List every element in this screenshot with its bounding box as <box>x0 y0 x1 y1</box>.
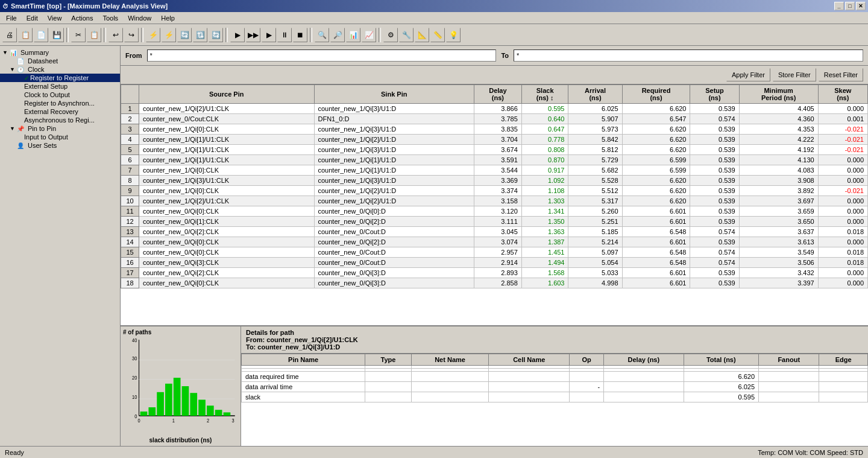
minimize-button[interactable]: _ <box>834 2 844 10</box>
toolbar-btn-d1[interactable]: ⚙ <box>383 28 398 42</box>
table-row[interactable]: 10 counter_new_1/Qi[2]/U1:CLK counter_ne… <box>121 196 868 206</box>
table-row[interactable]: 9 counter_new_1/Qi[0]:CLK counter_new_1/… <box>121 186 868 196</box>
svg-rect-19 <box>215 410 222 416</box>
table-row[interactable]: 2 counter_new_0/Cout:CLK DFN1_0:D 3.785 … <box>121 114 868 124</box>
sidebar-item-clock[interactable]: ▼ 🕐 Clock <box>0 65 120 74</box>
to-input[interactable] <box>514 49 863 62</box>
maximize-button[interactable]: □ <box>845 2 855 10</box>
sidebar-item-reg-to-async[interactable]: Register to Asynchron... <box>0 99 120 107</box>
detail-col-type[interactable]: Type <box>365 354 411 366</box>
sidebar-item-reg-to-reg[interactable]: ✓ Register to Register <box>0 74 120 82</box>
toolbar-btn-a2[interactable]: ⚡ <box>162 28 176 42</box>
toolbar-btn-b2[interactable]: ▶▶ <box>246 28 260 42</box>
menu-help[interactable]: Help <box>156 13 180 23</box>
menu-actions[interactable]: Actions <box>66 13 98 23</box>
sidebar-item-user-sets[interactable]: 👤 User Sets <box>0 141 120 150</box>
menu-edit[interactable]: Edit <box>22 13 43 23</box>
toolbar-btn-d4[interactable]: 📏 <box>430 28 445 42</box>
table-row[interactable]: 17 counter_new_0/Qi[2]:CLK counter_new_0… <box>121 268 868 278</box>
row-num: 18 <box>121 278 139 288</box>
table-row[interactable]: 1 counter_new_1/Qi[2]/U1:CLK counter_new… <box>121 104 868 114</box>
toolbar-btn-b1[interactable]: ▶ <box>230 28 245 42</box>
setup-val: 0.539 <box>690 145 739 155</box>
sidebar-item-async-to-reg[interactable]: Asynchronous to Regi... <box>0 116 120 124</box>
toolbar-btn-d5[interactable]: 💡 <box>446 28 461 42</box>
col-setup[interactable]: Setup(ns) <box>690 85 739 104</box>
toolbar-btn-cut[interactable]: ✂ <box>71 28 86 42</box>
table-row[interactable]: 12 counter_new_0/Qi[1]:CLK counter_new_0… <box>121 217 868 227</box>
arrival-val: 5.317 <box>568 196 622 206</box>
toolbar-btn-refresh[interactable]: 🔄 <box>209 28 223 42</box>
table-row[interactable]: 8 counter_new_1/Qi[3]/U1:CLK counter_new… <box>121 176 868 186</box>
detail-col-cell[interactable]: Cell Name <box>489 354 570 366</box>
sidebar-item-pin-to-pin[interactable]: ▼ 📌 Pin to Pin <box>0 124 120 133</box>
detail-col-net[interactable]: Net Name <box>411 354 489 366</box>
col-slack[interactable]: Slack(ns) ↕ <box>521 85 568 104</box>
toolbar-btn-d3[interactable]: 📐 <box>415 28 429 42</box>
table-row[interactable]: 13 counter_new_0/Qi[2]:CLK counter_new_0… <box>121 227 868 237</box>
toolbar-btn-c2[interactable]: 🔎 <box>330 28 345 42</box>
toolbar-btn-c3[interactable]: 📊 <box>346 28 360 42</box>
table-row[interactable]: 5 counter_new_1/Qi[1]/U1:CLK counter_new… <box>121 145 868 155</box>
toolbar-btn-redo[interactable]: ↪ <box>124 28 139 42</box>
toolbar-btn-copy[interactable]: 📋 <box>87 28 101 42</box>
sidebar-item-input-to-output[interactable]: Input to Output <box>0 133 120 141</box>
col-delay[interactable]: Delay(ns) <box>474 85 521 104</box>
detail-fanout <box>759 382 819 392</box>
sink-pin: counter_new_1/Qi[3]/U1:D <box>314 176 474 186</box>
path-details: Details for path From: counter_new_1/Qi[… <box>241 326 868 446</box>
bottom-area: # of paths 0 10 20 30 40 <box>121 325 868 446</box>
sidebar-item-summary[interactable]: ▼ 📊 Summary <box>0 48 120 57</box>
table-row[interactable]: 14 counter_new_0/Qi[0]:CLK counter_new_0… <box>121 237 868 247</box>
toolbar-btn-a4[interactable]: 🔃 <box>193 28 207 42</box>
toolbar-btn-b3[interactable]: ▶ <box>262 28 276 42</box>
toolbar-btn-1[interactable]: 🖨 <box>2 28 17 42</box>
svg-rect-15 <box>182 386 189 416</box>
toolbar-btn-4[interactable]: 💾 <box>49 28 64 42</box>
menu-tools[interactable]: Tools <box>98 13 123 23</box>
detail-col-edge[interactable]: Edge <box>819 354 868 366</box>
close-button[interactable]: ✕ <box>856 2 866 10</box>
detail-col-fanout[interactable]: Fanout <box>759 354 819 366</box>
store-filter-button[interactable]: Store Filter <box>773 68 816 81</box>
toolbar-btn-2[interactable]: 📋 <box>18 28 33 42</box>
table-row[interactable]: 4 counter_new_1/Qi[1]/U1:CLK counter_new… <box>121 135 868 145</box>
table-row[interactable]: 6 counter_new_1/Qi[1]/U1:CLK counter_new… <box>121 155 868 165</box>
sidebar-item-ext-setup[interactable]: External Setup <box>0 82 120 91</box>
toolbar-btn-3[interactable]: 📄 <box>34 28 48 42</box>
table-row[interactable]: 11 counter_new_0/Qi[0]:CLK counter_new_0… <box>121 206 868 217</box>
table-row[interactable]: 7 counter_new_1/Qi[0]:CLK counter_new_1/… <box>121 165 868 176</box>
col-required[interactable]: Required(ns) <box>622 85 690 104</box>
col-source-pin[interactable]: Source Pin <box>139 85 315 104</box>
table-row[interactable]: 3 counter_new_1/Qi[0]:CLK counter_new_1/… <box>121 124 868 135</box>
from-input[interactable] <box>147 49 497 62</box>
toolbar-btn-undo[interactable]: ↩ <box>108 28 123 42</box>
toolbar-btn-b5[interactable]: ⏹ <box>293 28 307 42</box>
menu-view[interactable]: View <box>43 13 67 23</box>
detail-col-total[interactable]: Total (ns) <box>684 354 759 366</box>
table-row[interactable]: 15 counter_new_0/Qi[0]:CLK counter_new_0… <box>121 247 868 258</box>
toolbar-btn-a3[interactable]: 🔄 <box>177 28 192 42</box>
col-skew[interactable]: Skew(ns) <box>818 85 867 104</box>
toolbar-btn-a1[interactable]: ⚡ <box>146 28 160 42</box>
menu-window[interactable]: Window <box>123 13 156 23</box>
reset-filter-button[interactable]: Reset Filter <box>819 68 863 81</box>
apply-filter-button[interactable]: Apply Filter <box>726 68 770 81</box>
toolbar-btn-c4[interactable]: 📈 <box>362 28 376 42</box>
toolbar-btn-c1[interactable]: 🔍 <box>315 28 329 42</box>
sidebar-item-datasheet[interactable]: 📄 Datasheet <box>0 57 120 65</box>
sidebar-item-clk-to-output[interactable]: Clock to Output <box>0 91 120 99</box>
col-arrival[interactable]: Arrival(ns) <box>568 85 622 104</box>
menu-file[interactable]: File <box>1 13 22 23</box>
col-minperiod[interactable]: MinimumPeriod (ns) <box>739 85 818 104</box>
detail-col-delay[interactable]: Delay (ns) <box>604 354 684 366</box>
col-sink-pin[interactable]: Sink Pin <box>314 85 474 104</box>
sink-pin: counter_new_1/Qi[3]/U1:D <box>314 104 474 114</box>
detail-col-op[interactable]: Op <box>570 354 604 366</box>
toolbar-btn-d2[interactable]: 🔧 <box>399 28 414 42</box>
table-row[interactable]: 18 counter_new_0/Qi[0]:CLK counter_new_0… <box>121 278 868 288</box>
table-row[interactable]: 16 counter_new_0/Qi[3]:CLK counter_new_0… <box>121 258 868 268</box>
detail-col-pin[interactable]: Pin Name <box>242 354 365 366</box>
toolbar-btn-b4[interactable]: ⏸ <box>277 28 292 42</box>
sidebar-item-ext-recovery[interactable]: External Recovery <box>0 107 120 116</box>
